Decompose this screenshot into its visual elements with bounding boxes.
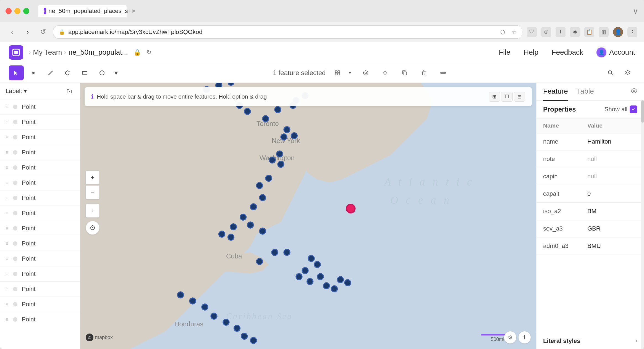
- list-item[interactable]: ≡ Point: [0, 206, 80, 221]
- property-row-capin[interactable]: capin null: [536, 168, 644, 185]
- browser-menu-dots[interactable]: ⋮: [627, 27, 637, 37]
- format-button-3[interactable]: ⊟: [514, 92, 525, 102]
- extension-shield-icon[interactable]: 🛡: [527, 27, 537, 37]
- property-row-capalt[interactable]: capalt 0: [536, 185, 644, 203]
- scrollbar-thumb[interactable]: [641, 101, 644, 123]
- property-row-note[interactable]: note null: [536, 150, 644, 168]
- svg-point-2: [32, 72, 35, 74]
- tab-feature[interactable]: Feature: [543, 83, 568, 101]
- list-item[interactable]: ≡ Point: [0, 236, 80, 251]
- point-tool-button[interactable]: [26, 65, 41, 80]
- col-name-header: Name: [543, 122, 587, 129]
- copy-tool-button[interactable]: [397, 65, 412, 80]
- list-item[interactable]: ≡ Point: [0, 175, 80, 191]
- share-icon[interactable]: ⬡: [500, 29, 505, 35]
- layers-button[interactable]: [620, 65, 635, 80]
- reload-button[interactable]: ↺: [38, 27, 49, 38]
- list-item[interactable]: ≡ Point: [0, 160, 80, 175]
- mapbox-icon: ◎: [86, 334, 93, 341]
- svg-point-44: [277, 151, 283, 157]
- format-button-1[interactable]: ⊞: [489, 92, 500, 102]
- label-text: Label:: [6, 88, 22, 95]
- line-tool-button[interactable]: [43, 65, 58, 80]
- format-button-2[interactable]: ☐: [501, 92, 513, 102]
- tool-dropdown-button[interactable]: ▾: [112, 65, 121, 80]
- drag-handle-icon: ≡: [6, 271, 9, 277]
- browser-action-icons: 🛡 ① I ✱ 📋 ▥ 👤 ⋮: [527, 27, 637, 37]
- list-item[interactable]: ≡ Point: [0, 115, 80, 130]
- tab-table[interactable]: Table: [577, 83, 594, 101]
- help-menu[interactable]: Help: [523, 48, 538, 57]
- svg-point-74: [190, 298, 196, 304]
- svg-point-85: [228, 83, 234, 85]
- back-button[interactable]: ‹: [7, 27, 18, 38]
- target-tool-button[interactable]: [358, 65, 373, 80]
- search-button[interactable]: [603, 65, 618, 80]
- forward-button[interactable]: ›: [22, 27, 33, 38]
- location-button[interactable]: [86, 221, 100, 235]
- list-item[interactable]: ≡ Point: [0, 282, 80, 297]
- new-tab-button[interactable]: +: [128, 4, 137, 18]
- prop-value-capin: null: [587, 173, 597, 180]
- delete-tool-button[interactable]: [416, 65, 431, 80]
- property-row-adm0-a3[interactable]: adm0_a3 BMU: [536, 237, 644, 255]
- add-folder-button[interactable]: [64, 86, 74, 96]
- visibility-toggle-button[interactable]: [631, 88, 637, 96]
- bookmark-icon[interactable]: ☆: [512, 29, 517, 35]
- maximize-window-button[interactable]: [23, 8, 29, 14]
- feedback-menu[interactable]: Feedback: [552, 48, 583, 57]
- sync-icon[interactable]: ↻: [146, 49, 151, 56]
- prop-key-note: note: [543, 155, 587, 163]
- polygon-tool-button[interactable]: [60, 65, 75, 80]
- grid-dropdown-button[interactable]: ▾: [346, 65, 354, 80]
- list-item[interactable]: ≡ Point: [0, 221, 80, 236]
- extension-sidebar-icon[interactable]: ▥: [599, 27, 609, 37]
- literal-styles-section[interactable]: Literal styles ›: [536, 333, 644, 349]
- show-all-toggle[interactable]: Show all: [604, 105, 637, 113]
- zoom-out-button[interactable]: −: [86, 186, 100, 199]
- list-item[interactable]: ≡ Point: [0, 312, 80, 327]
- extension-type-icon[interactable]: I: [556, 27, 566, 37]
- map-attribution-button[interactable]: ℹ: [519, 331, 531, 343]
- extension-clip-icon[interactable]: 📋: [584, 27, 594, 37]
- circle-tool-button[interactable]: [95, 65, 109, 80]
- app-logo[interactable]: [9, 45, 23, 60]
- tab-title: ne_50m_populated_places_s: [48, 7, 128, 15]
- address-bar[interactable]: 🔒 app.placemark.io/map/Sry3xcUvZhwFploSQ…: [53, 25, 522, 39]
- breadcrumb-team[interactable]: My Team: [33, 48, 62, 57]
- select-tool-button[interactable]: [9, 65, 24, 80]
- property-row-iso-a2[interactable]: iso_a2 BM: [536, 203, 644, 220]
- map-settings-button[interactable]: ⚙: [504, 331, 516, 343]
- move-tool-button[interactable]: [378, 65, 392, 80]
- list-item[interactable]: ≡ Point: [0, 266, 80, 282]
- compass-button[interactable]: ↑: [86, 204, 100, 218]
- label-dropdown-button[interactable]: Label: ▾: [6, 88, 27, 95]
- file-menu[interactable]: File: [499, 48, 510, 57]
- list-item[interactable]: ≡ Point: [0, 297, 80, 312]
- browser-tab-active[interactable]: P ne_50m_populated_places_s ×: [38, 5, 127, 17]
- extension-1password-icon[interactable]: ①: [541, 27, 551, 37]
- map-area[interactable]: A t l a n t i c O c e a n Caribbean Sea …: [80, 83, 536, 349]
- account-menu[interactable]: 👤 Account: [596, 47, 635, 57]
- breadcrumb-file[interactable]: ne_50m_populat...: [69, 48, 128, 57]
- property-row-name[interactable]: name Hamilton: [536, 133, 644, 150]
- property-row-sov-a3[interactable]: sov_a3 GBR: [536, 220, 644, 237]
- list-item[interactable]: ≡ Point: [0, 191, 80, 206]
- browser-menu-button[interactable]: ∨: [633, 7, 638, 16]
- list-item[interactable]: ≡ Point: [0, 251, 80, 266]
- extension-asterisk-icon[interactable]: ✱: [570, 27, 580, 37]
- list-item[interactable]: ≡ Point: [0, 99, 80, 115]
- minimize-window-button[interactable]: [14, 8, 20, 14]
- close-window-button[interactable]: [6, 8, 12, 14]
- svg-point-54: [219, 231, 225, 237]
- show-all-checkbox[interactable]: [630, 105, 637, 113]
- profile-avatar-icon[interactable]: 👤: [613, 27, 623, 37]
- measure-tool-button[interactable]: [436, 65, 451, 80]
- prop-value-note: null: [587, 155, 597, 163]
- list-item[interactable]: ≡ Point: [0, 145, 80, 160]
- list-item[interactable]: ≡ Point: [0, 130, 80, 145]
- scrollbar-track[interactable]: [641, 101, 644, 349]
- zoom-in-button[interactable]: +: [86, 171, 100, 184]
- rectangle-tool-button[interactable]: [77, 65, 92, 80]
- grid-view-button[interactable]: [330, 65, 345, 80]
